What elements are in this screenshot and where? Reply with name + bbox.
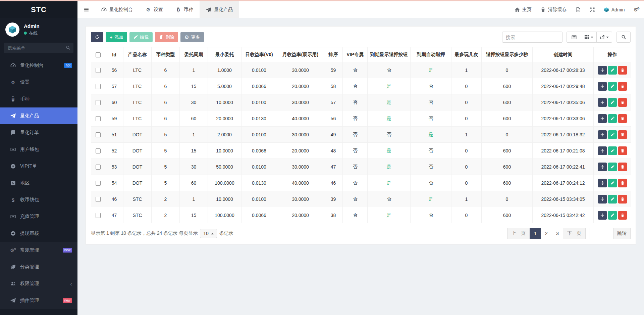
edit-row-button[interactable] [608, 82, 617, 91]
row-checkbox[interactable] [96, 116, 101, 121]
clear-cache-button[interactable]: 清除缓存 [536, 1, 571, 18]
row-checkbox[interactable] [96, 132, 101, 137]
delete-row-button[interactable] [618, 98, 627, 107]
column-header[interactable]: 最多玩几次 [451, 47, 482, 62]
sidebar-item-9[interactable]: $收币钱包 [0, 191, 77, 208]
edit-row-button[interactable] [608, 98, 617, 107]
avatar[interactable] [5, 22, 19, 37]
row-checkbox[interactable] [96, 84, 101, 89]
sidebar-item-4[interactable]: 量化产品 [0, 107, 77, 124]
hamburger-menu-icon[interactable] [77, 1, 95, 18]
next-page-button[interactable]: 下一页 [563, 228, 586, 239]
select-all-checkbox[interactable] [96, 52, 101, 57]
move-row-button[interactable] [598, 82, 607, 91]
move-row-button[interactable] [598, 114, 607, 123]
edit-row-button[interactable] [608, 179, 617, 187]
detail-view-button[interactable] [567, 32, 581, 43]
prev-page-button[interactable]: 上一页 [507, 228, 530, 239]
sidebar-item-11[interactable]: 提现审核 [0, 225, 77, 242]
move-row-button[interactable] [598, 195, 607, 204]
row-checkbox[interactable] [96, 165, 101, 170]
jump-page-input[interactable] [590, 228, 611, 239]
row-checkbox[interactable] [96, 100, 101, 105]
sidebar-item-12[interactable]: ⚙⚙常规管理new [0, 242, 77, 259]
nav-tab-4[interactable]: 量化产品 [200, 1, 239, 18]
row-checkbox[interactable] [96, 181, 101, 186]
page-button-2[interactable]: 2 [541, 228, 552, 239]
jump-button[interactable]: 跳转 [613, 228, 631, 239]
nav-tab-2[interactable]: ⚙设置 [139, 1, 169, 18]
delete-row-button[interactable] [618, 163, 627, 171]
edit-row-button[interactable] [608, 195, 617, 204]
column-header[interactable]: VIP专属 [343, 47, 368, 62]
page-button-1[interactable]: 1 [530, 228, 541, 239]
edit-row-button[interactable] [608, 211, 617, 220]
move-row-button[interactable] [598, 163, 607, 171]
row-checkbox[interactable] [96, 68, 101, 73]
edit-button[interactable]: 编辑 [129, 32, 153, 42]
column-header[interactable]: 币种类型 [152, 47, 180, 62]
export-dropdown-button[interactable] [596, 32, 612, 43]
column-header[interactable]: Id [105, 47, 123, 62]
move-row-button[interactable] [598, 98, 607, 107]
delete-row-button[interactable] [618, 130, 627, 139]
advanced-search-button[interactable] [616, 32, 631, 43]
nav-tab-1[interactable]: 量化控制台 [95, 1, 139, 18]
column-header[interactable]: 产品名称 [123, 47, 152, 62]
edit-row-button[interactable] [608, 114, 617, 123]
sidebar-item-5[interactable]: 量化订单 [0, 124, 77, 141]
column-header[interactable]: 操作 [594, 47, 631, 62]
row-checkbox[interactable] [96, 213, 101, 218]
delete-row-button[interactable] [618, 211, 627, 220]
delete-row-button[interactable] [618, 82, 627, 91]
column-header[interactable]: 创建时间 [533, 47, 594, 62]
delete-button[interactable]: 删除 [155, 32, 178, 42]
settings-menu-button[interactable]: ⚙⚙ [629, 1, 644, 18]
sidebar-item-7[interactable]: VIP订单 [0, 158, 77, 175]
column-header[interactable]: 日收益率(V0) [241, 47, 277, 62]
sidebar-item-14[interactable]: 权限管理‹ [0, 275, 77, 292]
move-row-button[interactable] [598, 66, 607, 75]
column-header[interactable]: 排序 [324, 47, 343, 62]
column-header[interactable]: 到期自动退押 [411, 47, 451, 62]
page-size-select[interactable]: 10 [200, 229, 217, 238]
home-link[interactable]: 主页 [510, 1, 536, 18]
sidebar-item-6[interactable]: 用户钱包 [0, 141, 77, 158]
move-row-button[interactable] [598, 130, 607, 139]
row-checkbox[interactable] [96, 148, 101, 153]
edit-row-button[interactable] [608, 163, 617, 171]
sidebar-item-15[interactable]: 插件管理new [0, 292, 77, 309]
sidebar-item-3[interactable]: B币种 [0, 91, 77, 107]
delete-row-button[interactable] [618, 146, 627, 155]
sidebar-item-13[interactable]: 分类管理 [0, 259, 77, 275]
more-button[interactable]: ⚙ 更多 [180, 32, 204, 42]
sidebar-item-1[interactable]: 量化控制台hot [0, 57, 77, 74]
delete-row-button[interactable] [618, 114, 627, 123]
delete-row-button[interactable] [618, 179, 627, 187]
columns-dropdown-button[interactable] [581, 32, 597, 43]
edit-row-button[interactable] [608, 130, 617, 139]
user-menu[interactable]: Admin [599, 1, 629, 18]
edit-row-button[interactable] [608, 146, 617, 155]
column-header[interactable]: 月收益率(展示用) [277, 47, 324, 62]
move-row-button[interactable] [598, 179, 607, 187]
column-header[interactable]: 到期显示退押按钮 [368, 47, 411, 62]
language-switch-button[interactable] [571, 1, 585, 18]
column-header[interactable]: 委托周期 [180, 47, 208, 62]
nav-tab-3[interactable]: B币种 [169, 1, 200, 18]
sidebar-item-10[interactable]: 充值管理 [0, 208, 77, 225]
column-header[interactable]: 最小委托 [208, 47, 241, 62]
add-button[interactable]: + 添加 [106, 32, 127, 42]
fullscreen-button[interactable] [585, 1, 599, 18]
edit-row-button[interactable] [608, 66, 617, 75]
move-row-button[interactable] [598, 211, 607, 220]
sidebar-search-input[interactable] [4, 43, 73, 53]
table-search-input[interactable] [502, 32, 562, 43]
sidebar-item-8[interactable]: 地区 [0, 175, 77, 191]
page-button-3[interactable]: 3 [552, 228, 563, 239]
row-checkbox[interactable] [96, 197, 101, 202]
refresh-button[interactable] [91, 32, 103, 42]
move-row-button[interactable] [598, 146, 607, 155]
delete-row-button[interactable] [618, 66, 627, 75]
delete-row-button[interactable] [618, 195, 627, 204]
